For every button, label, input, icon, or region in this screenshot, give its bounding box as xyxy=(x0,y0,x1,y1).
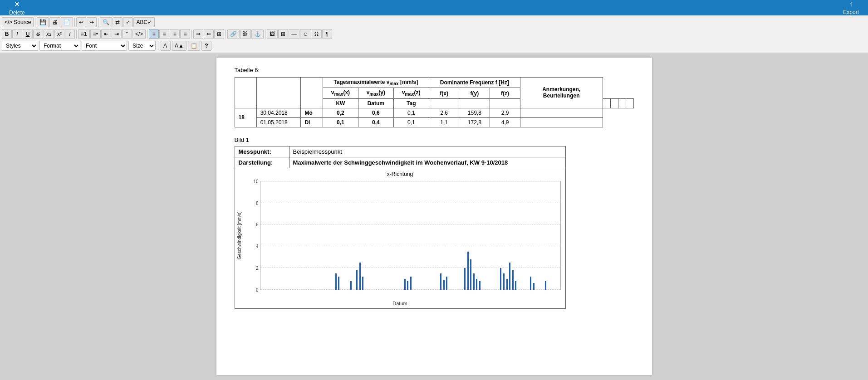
chart-bar xyxy=(533,283,535,289)
size-select[interactable]: Size xyxy=(128,41,156,51)
top-bar: ✕ Delete ↑ Export xyxy=(0,0,868,15)
chart-bar xyxy=(338,277,339,290)
strikethrough-button[interactable]: S xyxy=(33,29,43,39)
chart-x-title: Datum xyxy=(235,301,565,306)
save-as-button[interactable]: 📄 xyxy=(61,17,73,27)
grid-line-4 xyxy=(260,246,560,246)
col-vmaxz: vmax(z) xyxy=(393,88,429,98)
col-tagesmax: Tagesmaximalwerte vmax [mm/s] xyxy=(323,78,429,88)
cell-datum2: 01.05.2018 xyxy=(256,117,301,127)
y-label-6: 6 xyxy=(256,222,259,227)
underline-button[interactable]: U xyxy=(23,29,33,39)
unlink-button[interactable]: ⛓ xyxy=(240,29,251,39)
sep6 xyxy=(191,29,192,39)
superscript-button[interactable]: x² xyxy=(54,29,64,39)
table-button[interactable]: ⊞ xyxy=(278,29,288,39)
align-justify-button[interactable]: ≡ xyxy=(180,29,190,39)
header-datum-val: Datum xyxy=(358,98,393,108)
table-caption: Tabelle 6: xyxy=(235,67,634,73)
remove-format-button[interactable]: I xyxy=(65,29,75,39)
header-empty2 xyxy=(459,98,490,108)
sep8 xyxy=(265,29,265,39)
redo-button[interactable]: ↪ xyxy=(87,17,97,27)
font-select[interactable]: Font xyxy=(82,41,127,51)
indent-less-button[interactable]: ⇤ xyxy=(101,29,111,39)
grid-line-2 xyxy=(260,268,560,268)
cell-vmaxx1: 0,2 xyxy=(323,108,358,117)
align-left-button[interactable]: ≡ xyxy=(149,29,159,39)
blockquote-button[interactable]: " xyxy=(122,29,132,39)
bild-darstellung-row: Darstellung: Maximalwerte der Schwingges… xyxy=(235,157,565,168)
copy-format-button[interactable]: 📋 xyxy=(188,41,200,51)
chart-bar xyxy=(464,268,466,290)
format-select[interactable]: Format xyxy=(39,41,80,51)
chart-bar xyxy=(362,277,363,290)
undo-button[interactable]: ↩ xyxy=(76,17,86,27)
chart-bar xyxy=(359,263,361,290)
rtl-button[interactable]: ⇐ xyxy=(204,29,214,39)
print-button[interactable]: 🖨 xyxy=(49,17,60,27)
bild-caption: Bild 1 xyxy=(235,136,634,143)
cell-anm1 xyxy=(520,108,603,117)
chart-bar xyxy=(503,273,505,290)
bold-button[interactable]: B xyxy=(2,29,12,39)
link-button[interactable]: 🔗 xyxy=(227,29,240,39)
delete-button[interactable]: ✕ Delete xyxy=(9,0,25,16)
chart-bar xyxy=(530,277,531,290)
code-block-button[interactable]: </> xyxy=(132,29,146,39)
sep7 xyxy=(226,29,226,39)
bild-section: Bild 1 Messpunkt: Beispielmesspunkt Dars… xyxy=(235,136,634,309)
indent-more-button[interactable]: ⇥ xyxy=(112,29,122,39)
chart-bar xyxy=(473,273,475,290)
col-fy: f(y) xyxy=(459,88,490,98)
bild-messpunkt-row: Messpunkt: Beispielmesspunkt xyxy=(235,146,565,157)
chart-plot-area: 0246810 xyxy=(260,181,561,290)
emoji-button[interactable]: ☺ xyxy=(300,29,311,39)
source-button[interactable]: </> Source xyxy=(2,17,34,27)
chart-bar xyxy=(410,277,412,290)
chart-bar xyxy=(515,281,516,290)
export-button[interactable]: ↑ Export xyxy=(843,0,859,15)
italic-button[interactable]: I xyxy=(12,29,22,39)
sep1 xyxy=(35,18,35,27)
cell-fz1: 2,9 xyxy=(490,108,520,117)
header-empty4 xyxy=(603,98,610,108)
cell-datum1: 30.04.2018 xyxy=(256,108,301,117)
spell-check-button[interactable]: ✓ xyxy=(123,17,133,27)
table-format-button[interactable]: ⊞ xyxy=(214,29,224,39)
chart-bar xyxy=(545,281,546,290)
save-button[interactable]: 💾 xyxy=(37,17,49,27)
image-button[interactable]: 🖼 xyxy=(267,29,278,39)
unordered-list-button[interactable]: ≡• xyxy=(90,29,101,39)
chart-title: x-Richtung xyxy=(235,168,565,178)
align-right-button[interactable]: ≡ xyxy=(170,29,180,39)
chart-bar xyxy=(407,281,408,290)
spellcheck2-button[interactable]: ABC✓ xyxy=(133,17,155,27)
col-vmaxx: vmax(x) xyxy=(323,88,358,98)
special-char-button[interactable]: Ω xyxy=(312,29,322,39)
ordered-list-button[interactable]: ≡1 xyxy=(78,29,90,39)
styles-select[interactable]: Styles xyxy=(2,41,38,51)
font-color-button[interactable]: A xyxy=(161,41,171,51)
grid-line-8 xyxy=(260,203,560,203)
align-center-button[interactable]: ≡ xyxy=(159,29,169,39)
main-content: Tabelle 6: Tagesmaximalwer xyxy=(0,53,868,380)
header-empty3 xyxy=(490,98,520,108)
chart-bar xyxy=(443,280,445,290)
hline-button[interactable]: — xyxy=(289,29,299,39)
find-button[interactable]: 🔍 xyxy=(100,17,112,27)
chart-bar xyxy=(335,273,337,290)
col-vmaxy: vmax(y) xyxy=(358,88,393,98)
y-label-10: 10 xyxy=(253,179,258,184)
anchor-button[interactable]: ⚓ xyxy=(251,29,264,39)
header-empty5 xyxy=(610,98,618,108)
bg-color-button[interactable]: A▲ xyxy=(172,41,186,51)
subscript-button[interactable]: x₂ xyxy=(44,29,54,39)
cell-fx2: 1,1 xyxy=(429,117,459,127)
table-row: 18 30.04.2018 Mo 0,2 0,6 0,1 2,6 159,8 2… xyxy=(235,108,633,117)
find-replace-button[interactable]: ⇄ xyxy=(113,17,123,27)
ltr-button[interactable]: ⇒ xyxy=(193,29,203,39)
help-button[interactable]: ? xyxy=(201,41,211,51)
indent-button[interactable]: ¶ xyxy=(322,29,332,39)
darstellung-value: Maximalwerte der Schwinggeschwindigkeit … xyxy=(289,157,565,168)
